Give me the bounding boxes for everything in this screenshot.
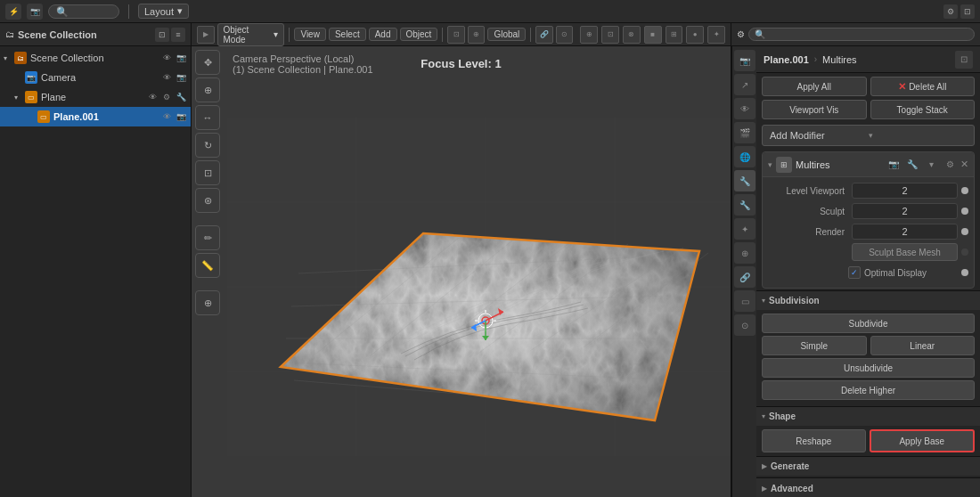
vp-global-dropdown[interactable]: Global (487, 28, 526, 41)
vp-object-dropdown[interactable]: Object (400, 28, 438, 41)
settings-icon[interactable]: ⚙ (943, 4, 958, 19)
viewport-vis-label: Viewport Vis (789, 105, 838, 115)
reshape-button[interactable]: Reshape (762, 429, 866, 452)
render-level-label: Render (768, 227, 848, 237)
delete-all-label: Delete All (909, 82, 946, 92)
modifier-render-icon[interactable]: 🔧 (904, 157, 920, 173)
global-search-input[interactable] (48, 4, 119, 19)
sculpt-base-dot[interactable] (961, 248, 968, 256)
breadcrumb-action-1[interactable]: ⊡ (955, 51, 973, 69)
vp-proportional-icon[interactable]: ⊙ (556, 26, 574, 44)
workspace-dropdown[interactable]: Layout ▾ (138, 4, 189, 19)
apply-all-button[interactable]: Apply All (762, 77, 867, 96)
vp-xray-icon[interactable]: ⊗ (623, 26, 641, 44)
viewport-toolbar-icons: ▶ Object Mode ▾ View Select Add Object (197, 23, 573, 46)
side-constraints-icon[interactable]: 🔗 (734, 266, 755, 288)
side-modifier-icon[interactable]: 🔧 (734, 194, 755, 216)
level-viewport-value[interactable]: 2 (852, 183, 958, 199)
vp-pivot-icon[interactable]: ⊕ (468, 26, 486, 44)
modifier-collapse-btn[interactable]: ▾ (768, 160, 772, 169)
sculpt-base-mesh-button[interactable]: Sculpt Base Mesh (852, 243, 958, 261)
workspace-label: Layout (144, 6, 174, 17)
vp-view-dropdown[interactable]: View (294, 28, 326, 41)
render-level-value[interactable]: 2 (852, 224, 958, 240)
modifier-close-button[interactable]: ✕ (960, 159, 968, 170)
generate-section-header[interactable]: ▶ Generate (756, 456, 980, 476)
linear-button[interactable]: Linear (870, 336, 976, 355)
delete-all-button[interactable]: ✕ Delete All (870, 77, 976, 96)
scene-render[interactable]: 📷 (175, 52, 187, 64)
plane-modifier[interactable]: 🔧 (175, 91, 187, 103)
properties-search-input[interactable] (748, 28, 975, 41)
scene-visibility[interactable]: 👁 (160, 52, 173, 64)
vp-overlay-icon[interactable]: ⊡ (601, 26, 619, 44)
vp-rendered-icon[interactable]: ● (686, 26, 704, 44)
advanced-section-header[interactable]: ▶ Advanced (756, 477, 980, 497)
subdivision-label: Subdivision (769, 296, 820, 306)
generate-arrow: ▶ (762, 462, 767, 470)
side-particles-icon[interactable]: ✦ (734, 218, 755, 240)
optimal-display-dot[interactable] (961, 269, 968, 276)
vp-wireframe-icon[interactable]: ⊞ (666, 26, 683, 44)
render-keyframe-dot[interactable] (961, 228, 968, 235)
sculpt-level-row: Sculpt 2 (768, 201, 968, 221)
vp-select-dropdown[interactable]: Select (329, 28, 366, 41)
side-material-icon[interactable]: ⊙ (734, 314, 755, 336)
vp-gizmo-icon[interactable]: ⊕ (580, 26, 598, 44)
optimal-display-checkbox[interactable]: ✓ (848, 266, 861, 279)
toolbar-select[interactable]: ✥ (195, 50, 220, 75)
render-icon[interactable]: 📷 (27, 4, 43, 20)
vp-mode-icon[interactable]: ▶ (197, 26, 215, 44)
unsubdivide-button[interactable]: Unsubdivide (762, 358, 975, 378)
side-object-icon[interactable]: 🔧 (734, 170, 755, 191)
modifier-view-icon[interactable]: 📷 (886, 157, 902, 173)
camera-visibility[interactable]: 👁 (160, 71, 173, 84)
vp-mode-dropdown[interactable]: Object Mode ▾ (217, 23, 285, 46)
add-modifier-bar[interactable]: Add Modifier ▾ (762, 125, 975, 146)
vp-add-dropdown[interactable]: Add (369, 28, 397, 41)
side-physics-icon[interactable]: ⊕ (734, 242, 755, 264)
vp-snap-icon[interactable]: 🔗 (535, 26, 553, 44)
simple-button[interactable]: Simple (762, 336, 867, 355)
subdivide-button[interactable]: Subdivide (762, 314, 975, 333)
plane-key[interactable]: ⚙ (160, 91, 173, 103)
toggle-stack-button[interactable]: Toggle Stack (870, 100, 976, 119)
plane-arrow[interactable]: ▾ (14, 94, 21, 102)
plane-visibility[interactable]: 👁 (146, 91, 159, 103)
sculpt-keyframe-dot[interactable] (961, 208, 968, 215)
level-viewport-keyframe-dot[interactable] (961, 187, 968, 194)
outliner-item-scene[interactable]: ▾ 🗂 Scene Collection 👁 📷 (0, 48, 191, 68)
vp-solid-icon[interactable]: ■ (644, 26, 662, 44)
subdivision-section-header[interactable]: ▾ Subdivision (756, 290, 980, 310)
camera-select[interactable]: 📷 (175, 71, 187, 84)
viewport-vis-button[interactable]: Viewport Vis (762, 100, 867, 119)
modifier-more-icon[interactable]: ▾ (923, 157, 939, 173)
outliner-item-plane[interactable]: ▾ ▭ Plane 👁 ⚙ 🔧 (0, 87, 191, 107)
side-data-icon[interactable]: ▭ (734, 290, 755, 312)
workspace-icon[interactable]: ⚡ (5, 4, 21, 20)
vp-select-icon[interactable]: ⊡ (447, 26, 465, 44)
modifier-settings-icon[interactable]: ⚙ (942, 157, 958, 173)
scene-arrow[interactable]: ▾ (4, 54, 11, 62)
expand-icon[interactable]: ⊡ (960, 4, 975, 19)
outliner-item-camera[interactable]: 📷 Camera 👁 📷 (0, 68, 191, 87)
plane001-visibility[interactable]: 👁 (160, 110, 173, 123)
outliner-settings-icon[interactable]: ≡ (171, 28, 185, 42)
side-view-icon[interactable]: 👁 (734, 98, 755, 119)
vp-mode-label: Object Mode (224, 25, 273, 45)
side-output-icon[interactable]: ↗ (734, 74, 755, 95)
side-scene-icon[interactable]: 🎬 (734, 122, 755, 143)
vp-eevee-icon[interactable]: ✦ (707, 26, 725, 44)
sculpt-level-value[interactable]: 2 (852, 203, 958, 219)
side-world-icon[interactable]: 🌐 (734, 146, 755, 167)
plane001-camera[interactable]: 📷 (175, 110, 187, 123)
sculpt-level-number: 2 (902, 206, 907, 216)
side-render-icon[interactable]: 📷 (734, 50, 755, 71)
delete-higher-button[interactable]: Delete Higher (762, 380, 975, 400)
shape-section-header[interactable]: ▾ Shape (756, 406, 980, 426)
outliner-filter-icon[interactable]: ⊡ (155, 28, 169, 42)
apply-base-label: Apply Base (899, 436, 944, 446)
outliner-item-plane001[interactable]: ▭ Plane.001 👁 📷 (0, 107, 191, 126)
camera-actions: 👁 📷 (160, 71, 187, 84)
apply-base-button[interactable]: Apply Base (870, 429, 976, 452)
